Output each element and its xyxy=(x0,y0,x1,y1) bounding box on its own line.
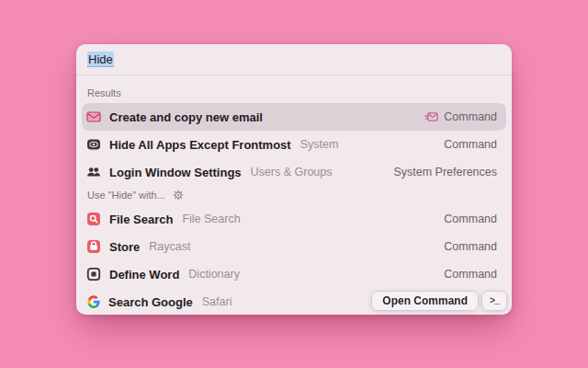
define-word-icon xyxy=(86,267,101,282)
result-row-create-and-copy-new-email[interactable]: Create and copy new email Command xyxy=(82,103,506,131)
result-title: Hide All Apps Except Frontmost xyxy=(109,138,291,152)
result-title: Define Word xyxy=(109,268,179,282)
open-command-button[interactable]: Open Command xyxy=(371,291,479,311)
result-row-store[interactable]: Store Raycast Command xyxy=(82,233,506,260)
result-accessory-label: Command xyxy=(444,138,497,151)
result-title: Store xyxy=(109,240,140,254)
result-accessory-label: Command xyxy=(444,240,497,253)
return-key-icon[interactable]: >_ xyxy=(481,291,507,311)
search-query-text: Hide xyxy=(87,52,114,67)
section-header-use-hide-with: Use "Hide" with... xyxy=(82,186,506,205)
envelope-send-icon xyxy=(424,111,438,123)
envelope-icon xyxy=(86,109,101,124)
result-accessory: Command xyxy=(444,240,497,253)
result-subtitle: Raycast xyxy=(149,240,190,253)
google-icon xyxy=(87,295,100,308)
result-title: File Search xyxy=(109,213,173,226)
result-subtitle: Users & Groups xyxy=(251,166,333,178)
result-subtitle: System xyxy=(300,138,339,151)
open-command-hint: Open Command >_ xyxy=(371,291,507,311)
result-accessory-label: Command xyxy=(444,110,497,123)
result-title: Search Google xyxy=(108,295,193,309)
section-header-results: Results xyxy=(82,75,506,103)
result-accessory: Command xyxy=(424,110,497,123)
result-row-file-search[interactable]: File Search File Search Command xyxy=(82,205,506,233)
users-icon xyxy=(86,165,101,179)
hide-eye-icon xyxy=(86,137,101,152)
result-accessory: Command xyxy=(444,268,497,281)
file-search-icon xyxy=(86,212,101,226)
section-header-label: Results xyxy=(87,86,121,99)
gear-icon[interactable] xyxy=(173,190,184,201)
result-row-define-word[interactable]: Define Word Dictionary Command xyxy=(82,260,506,288)
result-accessory: System Preferences xyxy=(393,166,497,178)
search-input[interactable]: Hide xyxy=(76,44,512,75)
results-list: Results Create and copy new email xyxy=(76,75,512,315)
store-icon xyxy=(86,239,101,254)
result-subtitle: File Search xyxy=(182,213,240,225)
section-header-label: Use "Hide" with... xyxy=(87,189,165,201)
result-subtitle: Dictionary xyxy=(188,268,240,281)
result-title: Login Window Settings xyxy=(109,166,242,179)
result-row-login-window-settings[interactable]: Login Window Settings Users & Groups Sys… xyxy=(82,158,506,186)
result-row-hide-all-apps[interactable]: Hide All Apps Except Frontmost System Co… xyxy=(82,131,506,158)
result-accessory: Command xyxy=(444,213,497,225)
result-accessory-label: Command xyxy=(444,268,497,281)
result-subtitle: Safari xyxy=(202,295,232,308)
result-accessory-label: Command xyxy=(444,213,497,225)
result-accessory: Command xyxy=(444,138,497,151)
command-palette-window: Hide Results Create and copy new email xyxy=(76,44,512,315)
result-title: Create and copy new email xyxy=(109,110,263,124)
result-accessory-label: System Preferences xyxy=(393,166,497,178)
